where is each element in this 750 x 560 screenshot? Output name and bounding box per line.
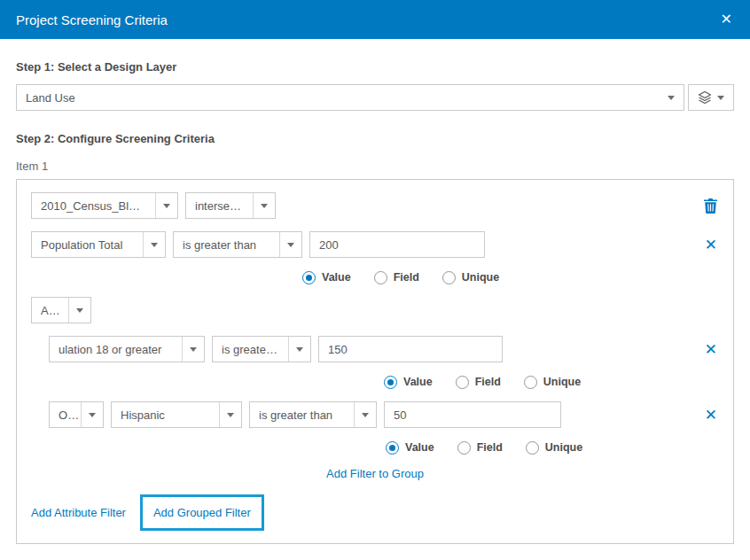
design-layer-row: Land Use (16, 84, 734, 111)
join-operator-select[interactable]: AND (31, 297, 91, 323)
group-filter2-join-select[interactable]: OR (49, 401, 104, 428)
filter1-mode-radios: Value Field Unique (302, 270, 719, 284)
group-filter1-field-value: ulation 18 or greater (50, 343, 182, 356)
chevron-down-icon (190, 347, 197, 352)
chevron-down-icon (362, 413, 369, 417)
dialog-header: Project Screening Criteria ✕ (0, 0, 750, 39)
chevron-down-icon (287, 243, 294, 247)
radio-button-selected[interactable] (302, 271, 316, 284)
radio-value[interactable]: Value (386, 441, 434, 455)
group-filter1-operator-value: is greater than (213, 343, 288, 356)
spatial-operator-value: intersects (186, 199, 253, 213)
radio-unique[interactable]: Unique (524, 376, 581, 389)
trash-icon (704, 198, 717, 214)
chevron-down-icon (668, 96, 675, 100)
chevron-down-icon (151, 243, 158, 247)
radio-unique[interactable]: Unique (526, 441, 582, 455)
remove-group-filter2-button[interactable]: ✕ (703, 408, 719, 423)
chevron-down-icon (163, 204, 170, 208)
chevron-down-icon (89, 413, 96, 417)
group-filter2-join-value: OR (50, 408, 81, 422)
radio-button[interactable] (442, 271, 456, 284)
delete-item-button[interactable] (702, 198, 719, 214)
radio-button[interactable] (456, 376, 469, 389)
target-layer-select[interactable]: 2010_Census_Blocks (31, 192, 178, 219)
chevron-down-icon (227, 413, 234, 417)
filter1-field-value: Population Total (32, 238, 143, 252)
add-grouped-filter-highlight: Add Grouped Filter (140, 494, 264, 531)
remove-filter1-button[interactable]: ✕ (703, 237, 719, 253)
design-layer-select[interactable]: Land Use (16, 84, 684, 111)
filter1-operator-value: is greater than (174, 238, 279, 252)
radio-button-selected[interactable] (386, 441, 399, 455)
attribute-filter-row-1: Population Total is greater than ✕ (31, 231, 719, 258)
radio-button-selected[interactable] (384, 376, 397, 389)
remove-group-filter1-button[interactable]: ✕ (703, 342, 719, 357)
group-filter2-field-value: Hispanic (112, 408, 219, 422)
radio-button[interactable] (526, 441, 539, 455)
radio-button[interactable] (457, 441, 471, 455)
radio-field[interactable]: Field (457, 441, 503, 455)
radio-field[interactable]: Field (456, 376, 501, 389)
group-filter1-operator-select[interactable]: is greater than (212, 336, 311, 362)
radio-value[interactable]: Value (302, 271, 351, 284)
filter-actions: Add Attribute Filter Add Grouped Filter (31, 494, 719, 531)
project-screening-dialog: Project Screening Criteria ✕ Step 1: Sel… (0, 0, 750, 560)
add-attribute-filter-link[interactable]: Add Attribute Filter (31, 506, 126, 519)
chevron-down-icon (261, 204, 268, 208)
group-filter2-mode-radios: Value Field Unique (386, 440, 719, 455)
group-filter2-field-select[interactable]: Hispanic (111, 401, 242, 428)
radio-unique[interactable]: Unique (442, 271, 499, 284)
dialog-body: Step 1: Select a Design Layer Land Use S… (0, 60, 750, 560)
group-filter2-operator-value: is greater than (250, 408, 354, 422)
add-grouped-filter-link[interactable]: Add Grouped Filter (153, 506, 251, 519)
group-filter-row-1: ulation 18 or greater is greater than ✕ (31, 336, 719, 362)
group-filter1-mode-radios: Value Field Unique (384, 375, 719, 389)
chevron-down-icon (296, 347, 303, 352)
chevron-down-icon (76, 308, 83, 313)
join-operator-row: AND (31, 297, 719, 323)
filter1-operator-select[interactable]: is greater than (173, 231, 302, 258)
group-filter-row-2: OR Hispanic is greater than ✕ (31, 401, 719, 428)
spatial-filter-row: 2010_Census_Blocks intersects (31, 192, 719, 219)
step1-label: Step 1: Select a Design Layer (16, 60, 734, 74)
radio-button[interactable] (374, 271, 387, 284)
design-layer-value: Land Use (17, 91, 662, 105)
join-operator-value: AND (32, 304, 68, 317)
chevron-down-icon (717, 96, 724, 100)
group-filter2-operator-select[interactable]: is greater than (249, 401, 377, 428)
layers-icon (698, 90, 712, 105)
item1-label: Item 1 (16, 159, 734, 173)
filter1-value-input[interactable] (309, 231, 485, 258)
filter1-field-select[interactable]: Population Total (31, 231, 166, 258)
dialog-title: Project Screening Criteria (16, 12, 168, 27)
step2-label: Step 2: Configure Screening Criteria (16, 132, 734, 145)
radio-field[interactable]: Field (374, 271, 419, 284)
spatial-operator-select[interactable]: intersects (185, 192, 276, 219)
group-filter1-value-input[interactable] (318, 336, 503, 362)
add-filter-to-group-link[interactable]: Add Filter to Group (326, 467, 424, 480)
target-layer-value: 2010_Census_Blocks (32, 199, 155, 213)
radio-value[interactable]: Value (384, 376, 433, 389)
item1-panel: 2010_Census_Blocks intersects Population… (16, 179, 734, 544)
group-filter1-field-select[interactable]: ulation 18 or greater (49, 336, 205, 362)
layer-options-button[interactable] (688, 84, 734, 111)
group-filter2-value-input[interactable] (384, 401, 561, 428)
radio-button[interactable] (524, 376, 537, 389)
close-icon[interactable]: ✕ (721, 12, 732, 27)
